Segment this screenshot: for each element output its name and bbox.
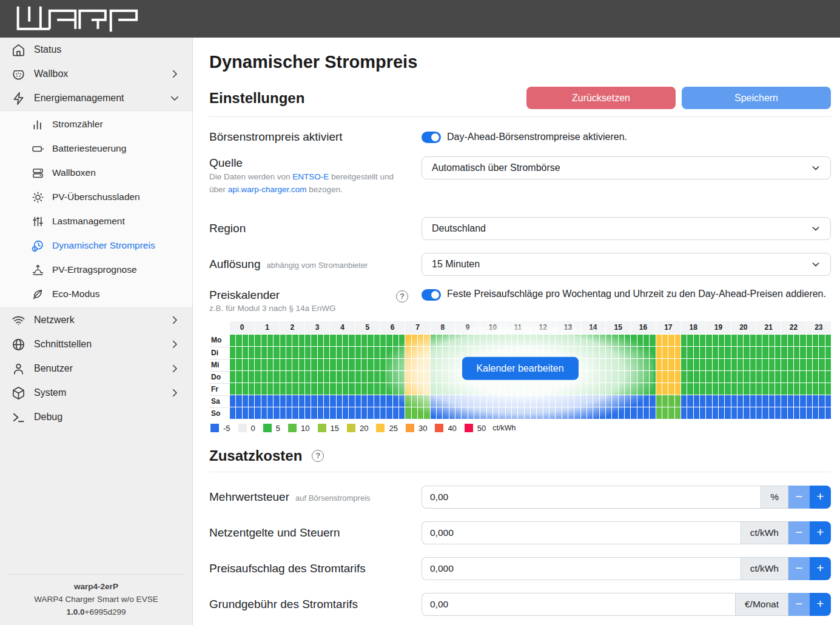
calendar-cell bbox=[713, 371, 718, 383]
calendar-cell bbox=[455, 347, 461, 358]
sidebar-item-dynamischer-strompreis[interactable]: $ Dynamischer Strompreis bbox=[0, 233, 192, 258]
sidebar-item-batteriesteuerung[interactable]: Batteriesteuerung bbox=[0, 136, 192, 161]
calendar-cell bbox=[236, 371, 241, 383]
calendar-cell bbox=[431, 407, 436, 419]
decrement-button[interactable]: − bbox=[788, 593, 810, 616]
sidebar-item-eco-modus[interactable]: Eco-Modus bbox=[0, 282, 192, 306]
calendar-cell bbox=[738, 359, 743, 370]
chevron-down-icon bbox=[811, 224, 821, 233]
calendar-hour-header: 5 bbox=[355, 321, 380, 334]
calendar-cell bbox=[775, 335, 781, 346]
decrement-button[interactable]: − bbox=[788, 557, 810, 580]
calendar-cell bbox=[267, 347, 273, 358]
calendar-cell bbox=[631, 347, 636, 358]
calendar-cell bbox=[668, 359, 674, 370]
calendar-cell bbox=[230, 371, 235, 383]
sidebar-item-benutzer[interactable]: Benutzer bbox=[0, 356, 192, 381]
help-icon[interactable]: ? bbox=[312, 450, 324, 462]
calendar-cell bbox=[650, 335, 655, 346]
sidebar-item-pv-ueberschussladen[interactable]: PV-Überschussladen bbox=[0, 185, 192, 209]
sidebar-item-energiemanagement[interactable]: Energiemanagement bbox=[0, 86, 192, 110]
calendar-cell bbox=[299, 335, 304, 346]
sidebar-item-wallbox[interactable]: Wallbox bbox=[0, 62, 192, 86]
preiskalender-toggle[interactable] bbox=[422, 289, 441, 301]
calendar-cell bbox=[656, 335, 662, 346]
calendar-cell bbox=[656, 359, 662, 370]
increment-button[interactable]: + bbox=[810, 486, 831, 509]
calendar-cell bbox=[480, 407, 486, 419]
calendar-cell bbox=[261, 371, 267, 383]
zusatzkosten-heading: Zusatzkosten bbox=[209, 447, 302, 464]
calendar-cell bbox=[687, 347, 693, 358]
preisaufschlag-input[interactable] bbox=[422, 557, 741, 580]
sidebar-item-label: Dynamischer Strompreis bbox=[52, 240, 155, 251]
calendar-cell bbox=[349, 359, 354, 370]
edit-calendar-button[interactable]: Kalender bearbeiten bbox=[462, 357, 578, 380]
region-select[interactable]: Deutschland bbox=[422, 217, 831, 240]
sidebar-item-stromzaehler[interactable]: Stromzähler bbox=[0, 112, 192, 136]
calendar-cell bbox=[650, 383, 655, 395]
calendar-cell bbox=[706, 383, 711, 395]
calendar-cell bbox=[706, 347, 711, 358]
calendar-cell bbox=[675, 383, 680, 395]
aufloesung-select[interactable]: 15 Minuten bbox=[422, 253, 831, 276]
grundgebuehr-input[interactable] bbox=[422, 593, 735, 616]
calendar-cell bbox=[788, 395, 793, 407]
sidebar-item-status[interactable]: Status bbox=[0, 38, 192, 62]
calendar-cell bbox=[794, 395, 799, 407]
sidebar-item-pv-ertragsprognose[interactable]: PV-Ertragsprognose bbox=[0, 258, 192, 282]
bar-chart-icon bbox=[32, 118, 44, 131]
help-icon[interactable]: ? bbox=[396, 290, 408, 302]
sunrise-icon bbox=[32, 264, 44, 276]
calendar-cell bbox=[393, 359, 398, 370]
calendar-cell bbox=[719, 359, 724, 370]
sidebar-item-netzwerk[interactable]: Netzwerk bbox=[0, 308, 192, 332]
calendar-cell bbox=[813, 335, 818, 346]
calendar-cell bbox=[650, 407, 655, 419]
calendar-cell bbox=[581, 371, 586, 383]
increment-button[interactable]: + bbox=[810, 593, 831, 616]
calendar-cell bbox=[424, 359, 429, 370]
quelle-select[interactable]: Automatisch über Strombörse bbox=[422, 156, 831, 179]
calendar-cell bbox=[756, 371, 762, 383]
calendar-cell bbox=[305, 335, 311, 346]
decrement-button[interactable]: − bbox=[788, 486, 810, 509]
calendar-cell bbox=[675, 395, 680, 407]
api-warp-charger-link[interactable]: api.warp-charger.com bbox=[228, 185, 307, 194]
calendar-cell bbox=[449, 347, 455, 358]
sidebar: Status Wallbox Energiemanagement Stromzä… bbox=[0, 38, 193, 625]
calendar-cell bbox=[681, 359, 687, 370]
calendar-cell bbox=[311, 371, 317, 383]
calendar-cell bbox=[512, 407, 517, 419]
calendar-cell bbox=[813, 383, 818, 395]
boersenstrompreis-toggle[interactable] bbox=[422, 132, 441, 143]
netzentgelte-input[interactable] bbox=[422, 521, 741, 544]
increment-button[interactable]: + bbox=[810, 557, 831, 580]
calendar-cell bbox=[781, 395, 787, 407]
calendar-cell bbox=[706, 335, 711, 346]
increment-button[interactable]: + bbox=[810, 521, 831, 544]
decrement-button[interactable]: − bbox=[788, 521, 810, 544]
calendar-cell bbox=[825, 359, 831, 370]
calendar-cell bbox=[700, 371, 705, 383]
sidebar-item-wallboxen[interactable]: Wallboxen bbox=[0, 161, 192, 185]
calendar-cell bbox=[393, 347, 398, 358]
calendar-cell bbox=[405, 359, 411, 370]
calendar-hour-header: 9 bbox=[455, 321, 480, 334]
calendar-cell bbox=[324, 383, 329, 395]
entso-e-link[interactable]: ENTSO-E bbox=[292, 172, 329, 181]
sidebar-item-lastmanagement[interactable]: Lastmanagement bbox=[0, 209, 192, 233]
calendar-cell bbox=[255, 359, 260, 370]
calendar-cell bbox=[738, 347, 743, 358]
calendar-cell bbox=[819, 383, 824, 395]
sidebar-item-system[interactable]: System bbox=[0, 381, 192, 405]
sidebar-item-debug[interactable]: Debug bbox=[0, 405, 192, 429]
reset-button[interactable]: Zurücksetzen bbox=[526, 87, 676, 109]
mehrwertsteuer-input[interactable] bbox=[422, 486, 761, 509]
battery-icon bbox=[32, 142, 44, 155]
calendar-cell bbox=[299, 371, 304, 383]
calendar-cell bbox=[750, 407, 756, 419]
sidebar-item-schnittstellen[interactable]: Schnittstellen bbox=[0, 332, 192, 356]
calendar-cell bbox=[318, 407, 323, 419]
save-button[interactable]: Speichern bbox=[682, 87, 831, 109]
